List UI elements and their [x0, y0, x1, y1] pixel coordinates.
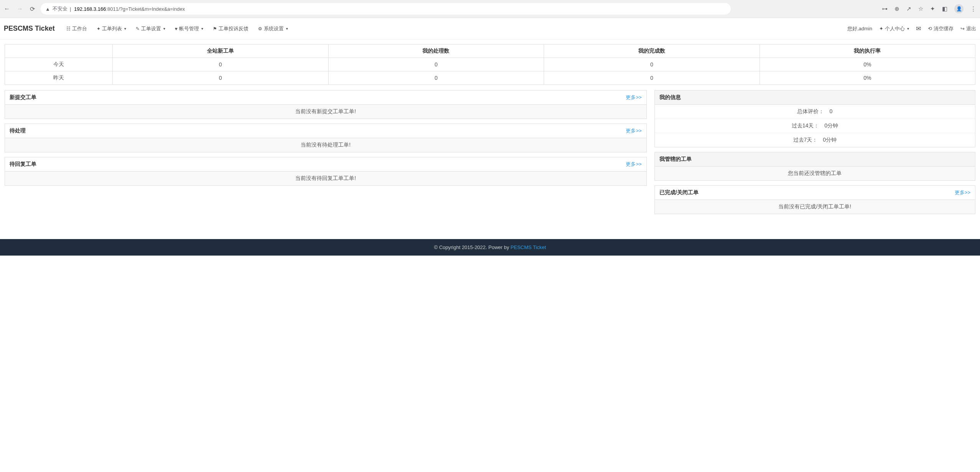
right-column: 我的信息 总体评价： 0 过去14天： 0分钟 过去7天： 0分钟 我管辖的工单: [654, 90, 975, 214]
cell-value: 0%: [760, 58, 975, 71]
share-icon[interactable]: ↗: [906, 5, 911, 12]
edit-icon: ✎: [136, 26, 140, 31]
header-right: 您好,admin ✦ 个人中心 ▾ ✉ ⟲ 清空缓存 ↪ 退出: [847, 25, 976, 32]
stats-row-today: 今天 0 0 0 0%: [5, 58, 975, 71]
cell-value: 0: [328, 71, 544, 85]
panel-title: 待处理: [10, 127, 26, 134]
panel-header: 新提交工单 更多>>: [5, 91, 646, 105]
panel-title: 待回复工单: [10, 161, 36, 168]
panel-header: 待处理 更多>>: [5, 124, 646, 138]
panel-title: 我管辖的工单: [659, 156, 692, 163]
nav-ticket-list[interactable]: ✦ 工单列表 ▾: [93, 22, 130, 35]
browser-toolbar: ← → ⟳ ▲ 不安全 | 192.168.3.166:8011/?g=Tick…: [0, 0, 980, 18]
info-label: 过去14天：: [792, 122, 819, 129]
list-icon: ✦: [97, 26, 100, 31]
panel-title: 新提交工单: [10, 94, 36, 101]
footer: © Copyright 2015-2022. Power by PESCMS T…: [0, 239, 980, 256]
stats-header-new: 全站新工单: [113, 45, 328, 58]
info-label: 过去7天：: [793, 137, 818, 144]
footer-link[interactable]: PESCMS Ticket: [511, 244, 546, 250]
nav-label: 系统设置: [264, 25, 284, 32]
footer-text: © Copyright 2015-2022. Power by: [434, 244, 511, 250]
panel-completed: 已完成/关闭工单 更多>> 当前没有已完成/关闭工单工单!: [654, 185, 975, 214]
person-icon: 👤: [956, 6, 962, 12]
cell-value: 0: [544, 58, 760, 71]
logout[interactable]: ↪ 退出: [960, 25, 976, 32]
panel-header: 已完成/关闭工单 更多>>: [655, 186, 975, 200]
more-link[interactable]: 更多>>: [955, 189, 970, 196]
logout-icon: ↪: [960, 26, 965, 31]
nav-dashboard[interactable]: ☷ 工作台: [62, 22, 91, 35]
cell-value: 0: [544, 71, 760, 85]
key-icon[interactable]: ⊶: [882, 5, 888, 12]
chevron-down-icon: ▾: [201, 26, 203, 31]
cell-value: 0%: [760, 71, 975, 85]
panel-icon[interactable]: ◧: [942, 5, 947, 12]
info-value: 0分钟: [824, 122, 838, 129]
cell-value: 0: [113, 58, 328, 71]
reload-button[interactable]: ⟳: [30, 5, 35, 13]
stats-row-yesterday: 昨天 0 0 0 0%: [5, 71, 975, 85]
clear-cache-label: 清空缓存: [934, 25, 954, 32]
panel-title: 我的信息: [659, 94, 681, 101]
gear-icon: ⚙: [258, 26, 262, 31]
security-indicator[interactable]: ▲ 不安全 |: [45, 5, 71, 12]
left-column: 新提交工单 更多>> 当前没有新提交工单工单! 待处理 更多>> 当前没有待处理…: [5, 90, 647, 214]
chevron-down-icon: ▾: [163, 26, 165, 31]
info-row-rating: 总体评价： 0: [655, 105, 975, 119]
bookmark-icon[interactable]: ☆: [918, 5, 923, 12]
stats-header-empty: [5, 45, 113, 58]
nav-complaints[interactable]: ⚑ 工单投诉反馈: [209, 22, 252, 35]
cell-value: 0: [113, 71, 328, 85]
forward-button[interactable]: →: [17, 5, 23, 12]
address-bar[interactable]: ▲ 不安全 | 192.168.3.166:8011/?g=Ticket&m=I…: [41, 3, 731, 15]
app-header: PESCMS Ticket ☷ 工作台 ✦ 工单列表 ▾ ✎ 工单设置 ▾ ♥ …: [0, 18, 980, 40]
info-value: 0: [829, 108, 832, 115]
panel-header: 待回复工单 更多>>: [5, 157, 646, 172]
nav-label: 工单投诉反馈: [219, 25, 248, 32]
panel-title: 已完成/关闭工单: [659, 189, 699, 196]
more-link[interactable]: 更多>>: [626, 127, 641, 134]
nav-ticket-settings[interactable]: ✎ 工单设置 ▾: [132, 22, 169, 35]
menu-icon[interactable]: ⋮: [970, 5, 976, 12]
main-content: 全站新工单 我的处理数 我的完成数 我的执行率 今天 0 0 0 0% 昨天 0…: [0, 40, 980, 214]
stats-table: 全站新工单 我的处理数 我的完成数 我的执行率 今天 0 0 0 0% 昨天 0…: [5, 44, 975, 85]
nav-label: 帐号管理: [179, 25, 199, 32]
person-icon: ✦: [879, 26, 883, 31]
profile-avatar[interactable]: 👤: [954, 4, 964, 13]
nav-label: 工单列表: [102, 25, 122, 32]
extensions-icon[interactable]: ✦: [930, 5, 935, 12]
more-link[interactable]: 更多>>: [626, 94, 641, 101]
url-path: :8011/?g=Ticket&m=Index&a=index: [106, 6, 185, 12]
panel-header: 我的信息: [655, 91, 975, 105]
refresh-icon: ⟲: [928, 26, 932, 31]
brand-logo[interactable]: PESCMS Ticket: [4, 25, 55, 33]
chevron-down-icon: ▾: [286, 26, 288, 31]
row-label: 今天: [5, 58, 113, 71]
zoom-icon[interactable]: ⊕: [894, 5, 899, 12]
more-link[interactable]: 更多>>: [626, 161, 641, 168]
panel-reply: 待回复工单 更多>> 当前没有待回复工单工单!: [5, 157, 647, 186]
flag-icon: ⚑: [213, 26, 217, 31]
row-label: 昨天: [5, 71, 113, 85]
stats-header-row: 全站新工单 我的处理数 我的完成数 我的执行率: [5, 45, 975, 58]
clear-cache[interactable]: ⟲ 清空缓存: [928, 25, 954, 32]
nav-system[interactable]: ⚙ 系统设置 ▾: [254, 22, 292, 35]
panel-pending: 待处理 更多>> 当前没有待处理工单!: [5, 124, 647, 152]
browser-actions: ⊶ ⊕ ↗ ☆ ✦ ◧ 👤 ⋮: [882, 4, 976, 13]
nav-label: 工作台: [72, 25, 87, 32]
personal-center[interactable]: ✦ 个人中心 ▾: [879, 25, 909, 32]
panel-new-tickets: 新提交工单 更多>> 当前没有新提交工单工单!: [5, 90, 647, 119]
stats-header-completed: 我的完成数: [544, 45, 760, 58]
info-label: 总体评价：: [797, 108, 824, 115]
back-button[interactable]: ←: [4, 5, 10, 12]
stats-header-processed: 我的处理数: [328, 45, 544, 58]
mail-button[interactable]: ✉: [916, 25, 921, 32]
panel-body: 您当前还没管辖的工单: [655, 167, 975, 180]
personal-label: 个人中心: [885, 25, 905, 32]
nav-arrows: ← → ⟳: [4, 5, 35, 13]
chevron-down-icon: ▾: [124, 26, 126, 31]
panels-row: 新提交工单 更多>> 当前没有新提交工单工单! 待处理 更多>> 当前没有待处理…: [5, 90, 975, 214]
panel-my-info: 我的信息 总体评价： 0 过去14天： 0分钟 过去7天： 0分钟: [654, 90, 975, 147]
nav-account[interactable]: ♥ 帐号管理 ▾: [171, 22, 207, 35]
